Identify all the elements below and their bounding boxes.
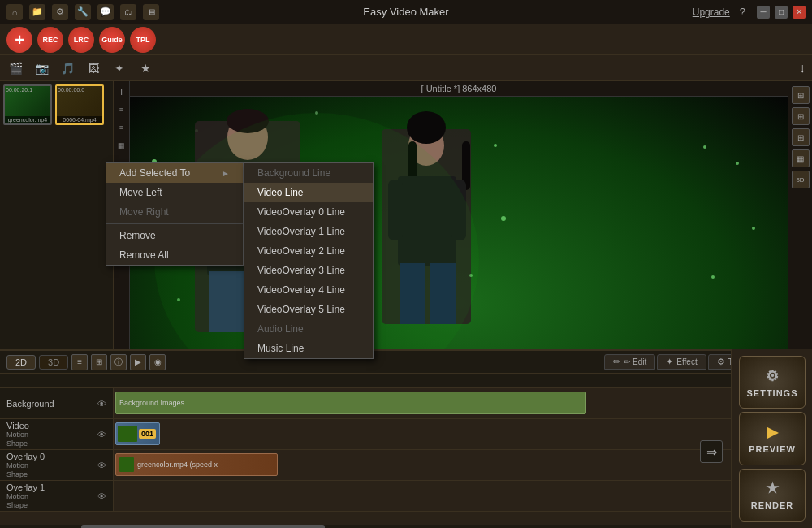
track-row-video: Video MotionShape 👁 001 xyxy=(0,419,812,450)
clip-overlay0[interactable]: greencolor.mp4 (speed x xyxy=(115,453,278,476)
track-name-overlay1: Overlay 1 xyxy=(6,483,45,492)
submenu: Background Line Video Line VideoOverlay … xyxy=(244,162,374,359)
music-icon[interactable]: 🎵 xyxy=(58,59,76,77)
grid-icon[interactable]: ▦ xyxy=(114,138,129,153)
minimize-button[interactable]: ─ xyxy=(757,6,770,19)
eye-icon-video[interactable]: 👁 xyxy=(97,430,106,439)
ctx-remove-all[interactable]: Remove All xyxy=(106,245,243,265)
titlebar-left-icons: ⌂ 📁 ⚙ 🔧 💬 🗂 🖥 xyxy=(6,4,159,20)
sub-overlay3-line[interactable]: VideoOverlay 3 Line xyxy=(244,261,373,280)
text-tool-icon[interactable]: T xyxy=(114,84,129,99)
track-sub-video: MotionShape xyxy=(6,431,29,448)
track-sub-overlay1: MotionShape xyxy=(6,492,45,510)
clip-video-number: 001 xyxy=(139,429,156,439)
right-btn-grid1[interactable]: ⊞ xyxy=(792,86,810,104)
timeline-play-icon[interactable]: ▶ xyxy=(130,354,146,370)
sub-audio-line: Audio Line xyxy=(244,319,373,339)
lrc-button[interactable]: LRC xyxy=(68,27,94,53)
secondary-toolbar: 🎬 📷 🎵 🖼 ✦ ★ ↓ xyxy=(0,55,812,81)
track-sub-overlay0: MotionShape xyxy=(6,461,45,479)
close-button[interactable]: ✕ xyxy=(793,6,806,19)
film-icon[interactable]: 🎬 xyxy=(6,59,24,77)
right-btn-grid2[interactable]: ⊞ xyxy=(792,107,810,125)
home-icon[interactable]: ⌂ xyxy=(6,4,23,20)
guide-button[interactable]: Guide xyxy=(99,27,125,53)
right-btn-5d[interactable]: 5D xyxy=(792,171,810,188)
image-icon[interactable]: 🖼 xyxy=(84,59,102,77)
settings-icon[interactable]: ⚙ xyxy=(52,4,68,20)
sub-overlay4-line[interactable]: VideoOverlay 4 Line xyxy=(244,280,373,300)
track-content-overlay1 xyxy=(114,481,812,511)
clip-thumb-mini xyxy=(118,426,137,442)
svg-point-10 xyxy=(407,111,446,144)
align-center-icon[interactable]: ≡ xyxy=(114,120,129,135)
right-btn-grid4[interactable]: ▦ xyxy=(792,149,810,167)
clip-background-images[interactable]: Background Images xyxy=(115,392,586,414)
preview-button[interactable]: ▶ Preview xyxy=(739,412,806,465)
timeline-list-icon[interactable]: ≡ xyxy=(71,354,88,370)
thumbnail-list: 00:00:20.1 greencolor.mp4 00:00:06.0 000… xyxy=(0,81,113,128)
layers-icon[interactable]: 🗂 xyxy=(120,4,136,20)
sub-overlay0-line[interactable]: VideoOverlay 0 Line xyxy=(244,202,373,222)
folder-icon[interactable]: 📁 xyxy=(29,4,45,20)
rec-button[interactable]: REC xyxy=(37,27,63,53)
timeline-grid-icon[interactable]: ⊞ xyxy=(91,354,107,370)
svg-point-24 xyxy=(177,298,180,301)
sub-overlay1-line[interactable]: VideoOverlay 1 Line xyxy=(244,222,373,241)
ctx-move-left[interactable]: Move Left xyxy=(106,183,243,202)
monitor-icon[interactable]: 🖥 xyxy=(143,4,159,20)
timeline-record-icon[interactable]: ◉ xyxy=(149,354,166,370)
tab-effect[interactable]: ✦ Effect xyxy=(657,354,706,370)
window-controls: Upgrade ? ─ □ ✕ xyxy=(693,6,806,19)
align-left-icon[interactable]: ≡ xyxy=(114,102,129,117)
star-icon[interactable]: ★ xyxy=(136,59,154,77)
ctx-remove[interactable]: Remove xyxy=(106,226,243,245)
clip-video[interactable]: 001 xyxy=(115,422,160,445)
camera-icon[interactable]: 📷 xyxy=(32,59,50,77)
timeline-info-icon[interactable]: ⓘ xyxy=(110,354,127,370)
tab-3d[interactable]: 3D xyxy=(39,355,68,370)
timeline-tracks: Background 👁 Background Images Video Mot… xyxy=(0,388,812,525)
effects-icon[interactable]: ✦ xyxy=(110,59,128,77)
render-button[interactable]: ★ Render xyxy=(739,469,806,522)
settings-button[interactable]: ⚙ Settings xyxy=(739,356,806,409)
eye-icon-background[interactable]: 👁 xyxy=(97,399,106,409)
upgrade-link[interactable]: Upgrade xyxy=(693,6,730,18)
maximize-button[interactable]: □ xyxy=(775,6,788,19)
preview-arrow-button[interactable]: ⇒ xyxy=(700,440,723,463)
tab-2d[interactable]: 2D xyxy=(6,355,36,370)
thumbnail-item-selected[interactable]: 00:00:06.0 0006-04.mp4 xyxy=(55,84,104,125)
track-label-background: Background 👁 xyxy=(0,388,114,418)
speech-icon[interactable]: 💬 xyxy=(97,4,114,20)
ctx-add-selected[interactable]: Add Selected To ► xyxy=(106,163,243,183)
tab-edit[interactable]: ✏ ✏ Edit xyxy=(604,354,655,370)
download-arrow[interactable]: ↓ xyxy=(799,61,806,76)
timeline-scrollbar[interactable] xyxy=(0,525,812,528)
thumbnail-item[interactable]: 00:00:20.1 greencolor.mp4 xyxy=(3,84,52,125)
help-button[interactable]: ? xyxy=(740,6,745,18)
track-row-overlay1: Overlay 1 MotionShape 👁 xyxy=(0,481,812,512)
eye-icon-overlay1[interactable]: 👁 xyxy=(97,491,106,501)
scrollbar-thumb[interactable] xyxy=(81,525,325,528)
eye-icon-overlay0[interactable]: 👁 xyxy=(97,461,106,470)
thumb-label-1: greencolor.mp4 xyxy=(5,116,50,123)
tpl-button[interactable]: TPL xyxy=(130,27,156,53)
svg-point-23 xyxy=(315,111,318,115)
timeline-ruler: 00:00:00 00:00:20 00:00:40 00:01:00 xyxy=(0,374,812,388)
sub-background-line: Background Line xyxy=(244,163,373,183)
add-button[interactable]: + xyxy=(6,27,32,53)
settings-icon: ⚙ xyxy=(766,367,780,385)
svg-point-22 xyxy=(501,216,506,221)
sub-overlay5-line[interactable]: VideoOverlay 5 Line xyxy=(244,300,373,319)
track-label-overlay1: Overlay 1 MotionShape 👁 xyxy=(0,481,114,511)
titlebar: ⌂ 📁 ⚙ 🔧 💬 🗂 🖥 Easy Video Maker Upgrade ?… xyxy=(0,0,812,24)
sub-video-line[interactable]: Video Line xyxy=(244,183,373,202)
right-btn-grid3[interactable]: ⊞ xyxy=(792,128,810,146)
sub-music-line[interactable]: Music Line xyxy=(244,339,373,358)
side-buttons: ⚙ Settings ▶ Preview ★ Render xyxy=(731,349,812,528)
render-icon: ★ xyxy=(766,479,780,497)
timeline-section: 2D 3D ≡ ⊞ ⓘ ▶ ◉ ✏ ✏ Edit ✦ Effect ⚙ Tool… xyxy=(0,349,812,528)
tools-icon[interactable]: 🔧 xyxy=(75,4,91,20)
sub-overlay2-line[interactable]: VideoOverlay 2 Line xyxy=(244,241,373,261)
main-toolbar: + REC LRC Guide TPL xyxy=(0,24,812,55)
